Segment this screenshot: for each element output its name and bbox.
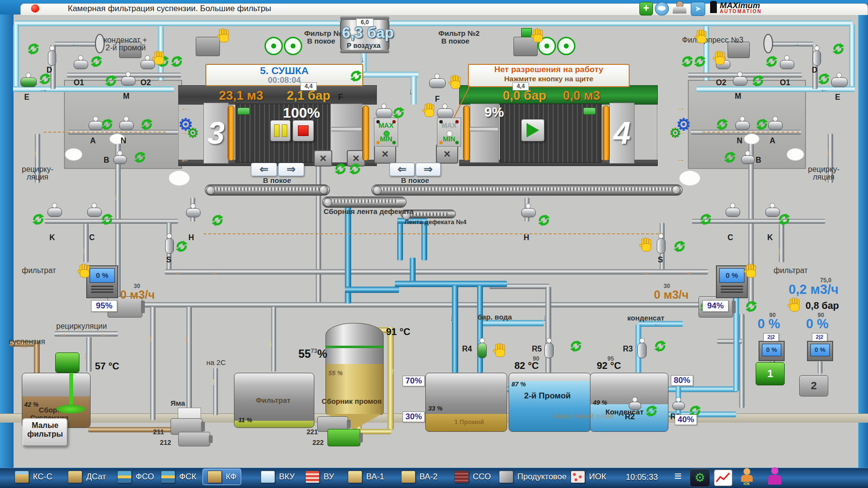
user-magenta-icon[interactable]: [766, 467, 784, 486]
manual-hand-icon[interactable]: [788, 297, 801, 312]
valve-R3[interactable]: [637, 343, 647, 358]
auto-recycle-icon[interactable]: [27, 43, 40, 55]
taskbar-item-КС-С[interactable]: КС-С: [15, 471, 52, 483]
manual-hand-icon[interactable]: [78, 263, 91, 278]
manual-hand-icon[interactable]: [639, 237, 652, 252]
manual-hand-icon[interactable]: [493, 343, 506, 358]
valve-C[interactable]: [726, 208, 740, 217]
auto-recycle-icon[interactable]: [538, 214, 550, 227]
auto-recycle-icon[interactable]: [350, 70, 362, 82]
technician-icon[interactable]: [671, 1, 688, 14]
auto-recycle-icon[interactable]: [694, 55, 706, 68]
valve-D[interactable]: [813, 50, 821, 66]
valve-R4[interactable]: [478, 343, 487, 358]
filter4-start-button[interactable]: [521, 119, 544, 141]
valve-F[interactable]: [429, 78, 446, 88]
taskbar-item-ВУ[interactable]: ВУ: [305, 471, 334, 483]
auto-recycle-icon[interactable]: [90, 55, 103, 68]
auto-recycle-icon[interactable]: [39, 73, 51, 85]
auto-recycle-icon[interactable]: [134, 151, 146, 164]
auto-recycle-icon[interactable]: [645, 405, 658, 417]
auto-recycle-icon[interactable]: [140, 118, 153, 131]
manual-hand-icon[interactable]: [695, 29, 708, 44]
filtrate-valve-display-left[interactable]: 0 %: [86, 265, 118, 298]
clock-icon[interactable]: [557, 37, 575, 55]
filter3-stage-panel[interactable]: 5. СУШКА 00:08:04: [205, 64, 363, 86]
pump-motor-1[interactable]: 1: [756, 362, 785, 385]
auto-recycle-icon[interactable]: [832, 43, 845, 55]
auto-recycle-icon[interactable]: [716, 118, 728, 131]
valve-M[interactable]: [121, 76, 136, 86]
taskbar-item-ДСат[interactable]: ДСат: [68, 471, 106, 483]
auto-recycle-icon[interactable]: [570, 340, 582, 352]
valve-[interactable]: [376, 108, 392, 118]
valve-O1[interactable]: [780, 60, 794, 69]
auto-recycle-icon[interactable]: [756, 118, 768, 131]
filter3-jog-right-button[interactable]: ⇒: [278, 163, 304, 176]
manual-hand-icon[interactable]: [744, 263, 757, 278]
manual-hand-icon[interactable]: [713, 50, 726, 65]
auto-recycle-icon[interactable]: [681, 55, 694, 68]
auto-recycle-icon[interactable]: [211, 214, 224, 227]
valve-E[interactable]: [20, 77, 37, 87]
auto-recycle-icon[interactable]: [654, 340, 666, 352]
manual-hand-icon[interactable]: [422, 103, 435, 118]
filter4-warning-panel[interactable]: Нет разрешения на работу Нажмите кнопку …: [468, 64, 630, 87]
filter3-jog-left-button[interactable]: ⇐: [251, 163, 277, 176]
chat-icon[interactable]: [655, 2, 669, 15]
valve-K[interactable]: [47, 208, 62, 217]
auto-recycle-icon[interactable]: [699, 213, 712, 226]
auto-recycle-icon[interactable]: [32, 213, 45, 226]
auto-recycle-icon[interactable]: [392, 107, 405, 119]
vfd1-display[interactable]: 0 %: [759, 341, 785, 361]
valve-R1[interactable]: [672, 402, 685, 410]
auto-recycle-icon[interactable]: [673, 240, 686, 253]
manual-hand-icon[interactable]: [152, 50, 165, 65]
pump-212[interactable]: [178, 432, 210, 446]
auto-recycle-icon[interactable]: [175, 240, 188, 253]
manual-hand-icon[interactable]: [531, 28, 544, 43]
timer-icon[interactable]: [264, 37, 283, 55]
taskbar-item-Продуктовое[interactable]: Продуктовое: [499, 471, 567, 483]
taskbar-item-ФСК[interactable]: ФСК: [161, 471, 196, 483]
gear-green-icon[interactable]: ⚙: [187, 127, 199, 140]
filter4-jog-right-button[interactable]: ⇒: [416, 163, 441, 176]
taskbar-item-КФ[interactable]: КФ: [202, 469, 241, 485]
auto-recycle-icon[interactable]: [765, 55, 778, 68]
rotary-feeder[interactable]: ×: [374, 144, 396, 164]
rotary-feeder[interactable]: ×: [436, 144, 458, 164]
rotary-feeder[interactable]: ×: [314, 150, 332, 167]
valve-O1[interactable]: [74, 60, 88, 69]
taskbar-item-ВА-1[interactable]: ВА-1: [348, 471, 384, 483]
valve-N[interactable]: [119, 121, 134, 130]
valve-D[interactable]: [48, 50, 56, 66]
valve-E[interactable]: [831, 77, 848, 87]
small-filters-button[interactable]: Малыефильтры: [22, 418, 68, 446]
settings-gear-button[interactable]: ⚙: [690, 469, 710, 487]
telegram-icon[interactable]: ➤: [691, 2, 705, 16]
operator-icon[interactable]: iok: [739, 468, 756, 486]
gear-green-icon[interactable]: ⚙: [669, 127, 681, 140]
auto-recycle-icon[interactable]: [752, 75, 764, 87]
pump-motor-2[interactable]: 2: [799, 375, 828, 396]
taskbar-item-ВА-2[interactable]: ВА-2: [401, 471, 437, 483]
add-icon[interactable]: +: [639, 2, 653, 15]
taskbar-item-ФСО[interactable]: ФСО: [117, 471, 154, 483]
auto-recycle-icon[interactable]: [724, 151, 736, 164]
filter4-jog-left-button[interactable]: ⇐: [389, 163, 415, 176]
auto-recycle-icon[interactable]: [349, 163, 361, 175]
auto-recycle-icon[interactable]: [778, 213, 790, 226]
valve-R2[interactable]: [629, 402, 641, 410]
auto-recycle-icon[interactable]: [105, 75, 117, 87]
valve-H[interactable]: [186, 208, 201, 217]
vfd2-display[interactable]: 0 %: [807, 341, 833, 361]
auto-recycle-icon[interactable]: [334, 163, 347, 175]
valve-S[interactable]: [657, 238, 666, 254]
taskbar-item-ИОК[interactable]: ИОК: [571, 471, 606, 483]
valve-M[interactable]: [733, 76, 747, 86]
valve-C[interactable]: [87, 208, 102, 217]
filter3-stop-button[interactable]: [293, 120, 314, 141]
trend-chart-button[interactable]: [714, 470, 732, 486]
auto-recycle-icon[interactable]: [818, 73, 830, 85]
filter3-pause-button[interactable]: [270, 120, 291, 141]
